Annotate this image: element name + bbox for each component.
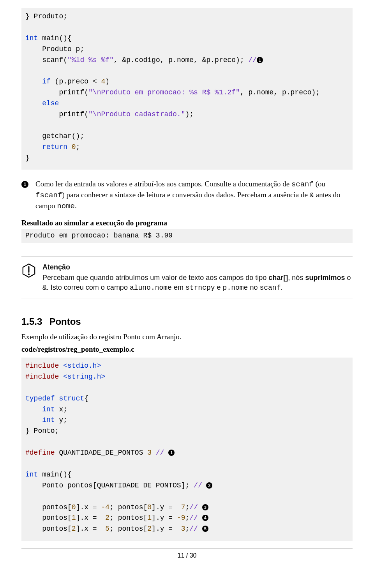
code-number: 3	[147, 449, 152, 457]
code-keyword: int	[25, 416, 55, 424]
code-include: <stdio.h>	[59, 362, 101, 370]
result-output: Produto em promocao: banana R$ 3.99	[21, 229, 353, 243]
code-text: y;	[55, 416, 67, 424]
code-keyword: int	[25, 34, 38, 42]
code-line: Produto p;	[25, 45, 84, 53]
callout-number-icon: 1	[21, 181, 28, 188]
inline-code: scanf	[259, 284, 280, 292]
code-directive: #include	[25, 373, 59, 381]
code-text: ].x =	[76, 525, 106, 533]
code-string: "\nProduto em promocao: %s R$ %1.2f"	[88, 89, 240, 96]
code-text: ; pontos[	[109, 525, 147, 533]
code-line: getchar();	[25, 132, 84, 140]
code-comment: //	[189, 514, 202, 522]
text: .	[280, 283, 282, 291]
code-text: printf(	[25, 110, 88, 118]
inline-code: fscanf	[35, 191, 62, 200]
text: (ou	[314, 180, 325, 188]
code-text: {	[84, 395, 88, 402]
code-keyword: typedef struct	[25, 395, 84, 402]
code-text: Ponto pontos[QUANTIDADE_DE_PONTOS];	[25, 482, 194, 489]
code-number: 1	[147, 514, 152, 522]
code-text: ;	[185, 503, 190, 511]
code-comment: //	[189, 503, 202, 511]
code-text: pontos[	[25, 525, 72, 533]
code-text: , &p.codigo, p.nome, &p.preco);	[114, 56, 249, 64]
callout-marker-icon: 2	[206, 482, 212, 489]
inline-code: aluno.nome	[130, 284, 172, 292]
code-number: 1	[72, 514, 76, 522]
inline-code: &	[310, 191, 314, 200]
inline-code: scanf	[291, 180, 314, 189]
text: no	[248, 283, 259, 291]
code-text: QUANTIDADE_DE_PONTOS	[55, 449, 148, 457]
bold-text: supri­mimos	[305, 274, 345, 282]
code-filepath: code/registros/reg_ponto_exemplo.c	[21, 345, 353, 354]
code-number: 5	[105, 525, 109, 533]
code-text: main(){	[38, 471, 71, 478]
code-text: pontos[	[25, 514, 72, 522]
code-number: 3	[181, 525, 185, 533]
text: o	[345, 274, 351, 282]
section-number: 1.5.3	[21, 316, 42, 327]
code-text: ].y =	[152, 514, 177, 522]
bold-text: char[]	[268, 274, 288, 282]
code-number: 2	[147, 525, 152, 533]
code-number: -9	[177, 514, 185, 522]
code-block-produto: } Produto; int main(){ Produto p; scanf(…	[21, 8, 353, 170]
callout-text: Como ler da entrada os valores e atribuí…	[35, 179, 353, 212]
code-number: 0	[72, 503, 76, 511]
code-directive: #include	[25, 362, 59, 370]
text: Percebam que quando atribuímos um valor …	[42, 274, 268, 282]
callout-marker-icon: 4	[202, 515, 208, 521]
code-number: 4	[101, 78, 105, 85]
code-string: "\nProduto cadastrado."	[88, 110, 185, 118]
code-line: }	[25, 154, 30, 162]
admonition-text: Percebam que quando atribuímos um valor …	[42, 273, 353, 293]
callout-marker-icon: 5	[202, 526, 208, 532]
admonition-title: Atenção	[42, 262, 353, 273]
code-directive: #define	[25, 449, 55, 457]
inline-code: &	[42, 284, 47, 292]
code-comment: //	[194, 482, 206, 489]
code-text	[67, 143, 72, 151]
code-keyword: int	[25, 406, 55, 413]
code-text: )	[105, 78, 109, 85]
code-text: printf(	[25, 89, 88, 96]
bottom-rule	[21, 549, 353, 549]
code-line: } Ponto;	[25, 427, 59, 435]
section-title: Pontos	[49, 316, 81, 327]
code-comment: //	[249, 56, 257, 64]
text: em	[172, 283, 185, 291]
warning-icon	[21, 263, 36, 278]
text: . Isto correu com o campo	[47, 283, 130, 291]
code-line: } Produto;	[25, 12, 67, 20]
code-text: ;	[76, 143, 80, 151]
code-block-ponto: #include <stdio.h> #include <string.h> t…	[21, 358, 353, 541]
text: Como ler da entrada os valores e atribuí…	[35, 180, 291, 188]
callout-marker-icon: 1	[257, 57, 263, 63]
code-comment: //	[152, 449, 168, 457]
code-text: ].x =	[76, 514, 106, 522]
code-text: );	[185, 110, 194, 118]
callout-marker-icon: 1	[168, 450, 175, 456]
code-string: "%ld %s %f"	[67, 56, 114, 64]
code-text: ].y =	[152, 525, 181, 533]
code-text: , p.nome, p.preco);	[240, 89, 320, 96]
top-rule	[21, 4, 353, 4]
code-text: scanf(	[25, 56, 67, 64]
code-comment: //	[189, 525, 202, 533]
code-keyword: if	[25, 78, 51, 85]
code-text: ].x =	[76, 503, 101, 511]
code-number: 0	[72, 143, 76, 151]
text: ) para conhecer a sintaxe de leitura e c…	[62, 191, 309, 199]
result-title: Resultado ao simular a execução do progr…	[21, 219, 353, 227]
code-number: 7	[181, 503, 185, 511]
callout-marker-icon: 3	[202, 504, 208, 510]
svg-point-2	[28, 274, 30, 275]
inline-code: p.nome	[223, 284, 248, 292]
code-keyword: return	[25, 143, 67, 151]
code-text: pontos[	[25, 503, 72, 511]
code-text: main(){	[38, 34, 71, 42]
section-intro: Exemplo de utilização do registro Ponto …	[21, 333, 353, 341]
